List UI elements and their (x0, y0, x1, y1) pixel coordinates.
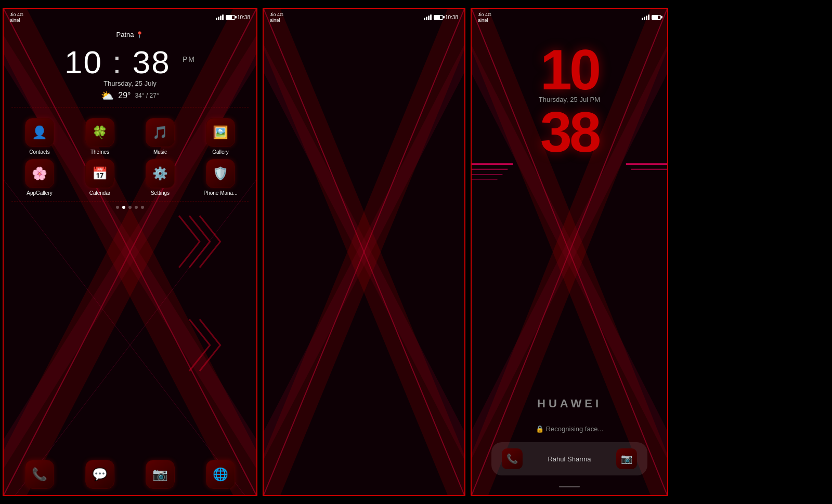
dock-camera-1[interactable]: 📷 (132, 460, 188, 489)
app-icon-appgallery: 🌸 (25, 159, 54, 188)
app-icon-music: 🎵 (146, 118, 175, 147)
app-icon-contacts: 👤 (25, 118, 54, 147)
app-gallery[interactable]: 🖼️ Gallery (192, 118, 249, 155)
status-bar-3: Jio 4G airtel (472, 9, 667, 25)
weather-temp-1: 29° (118, 91, 131, 100)
app-label-settings: Settings (151, 190, 170, 196)
app-label-contacts: Contacts (29, 149, 49, 155)
battery-icon-3 (652, 15, 661, 20)
dot-1 (116, 206, 119, 209)
status-right-1: 10:38 (216, 15, 250, 20)
carrier2-3: airtel (478, 18, 491, 23)
clock-hour-1: 10 (64, 44, 102, 80)
app-label-calendar: Calendar (89, 190, 111, 196)
carrier-info-3: Jio 4G airtel (478, 12, 491, 23)
location-name: Patna (116, 31, 134, 38)
temp-high: 34° (135, 92, 144, 99)
phone-1: Jio 4G airtel 10:38 Patna 📍 (3, 8, 257, 496)
dock-messages-1[interactable]: 💬 (72, 460, 128, 489)
face-text: Recognising face... (546, 425, 604, 433)
phone-2: Jio 4G airtel 10:38 💾 Bac (263, 8, 465, 496)
carrier1-3: Jio 4G (478, 12, 491, 17)
signal-bars-1 (216, 15, 224, 20)
big-minute: 38 (482, 103, 657, 161)
status-time-1: 10:38 (237, 15, 250, 20)
phone1-content: Patna 📍 10 : 38 PM Thursday, 25 July ⛅ 2… (4, 25, 256, 495)
phones-container: Jio 4G airtel 10:38 Patna 📍 (0, 0, 832, 504)
home-indicator (559, 486, 580, 487)
app-contacts[interactable]: 👤 Contacts (11, 118, 68, 155)
dot-2 (122, 206, 125, 209)
carrier1-2: Jio 4G (270, 12, 283, 17)
status-right-3 (642, 15, 661, 20)
carrier1-1: Jio 4G (10, 12, 23, 17)
carrier2-1: airtel (10, 18, 23, 23)
dock-browser-1[interactable]: 🌐 (192, 460, 249, 489)
status-bar-2: Jio 4G airtel 10:38 (264, 9, 464, 25)
temp-low: 27° (150, 92, 159, 99)
app-settings[interactable]: ⚙️ Settings (132, 159, 188, 196)
app-label-music: Music (153, 149, 167, 155)
app-icon-gallery: 🖼️ (206, 118, 235, 147)
carrier2-2: airtel (270, 18, 283, 23)
big-hour: 10 (482, 41, 657, 98)
app-music[interactable]: 🎵 Music (132, 118, 188, 155)
app-label-phonemanager: Phone Mana... (203, 190, 237, 196)
user-name: Rahul Sharma (548, 455, 591, 463)
bg-pattern-2 (264, 9, 464, 495)
huawei-logo: HUAWEI (527, 387, 612, 421)
app-icon-phonemanager: 🛡️ (206, 159, 235, 188)
clock-widget-1: 10 : 38 PM Thursday, 25 July ⛅ 29° 34° /… (4, 41, 256, 107)
app-icon-settings: ⚙️ (146, 159, 175, 188)
app-themes[interactable]: 🍀 Themes (72, 118, 128, 155)
clock-colon-1: : (112, 44, 122, 80)
status-right-2: 10:38 (424, 15, 458, 20)
dock-icon-browser-1: 🌐 (206, 460, 235, 489)
signal-bars-3 (642, 15, 649, 20)
app-icon-calendar: 📅 (85, 159, 114, 188)
carrier-info-2: Jio 4G airtel (270, 12, 283, 23)
weather-icon-1: ⛅ (101, 89, 114, 102)
dot-3 (128, 206, 132, 209)
dot-5 (141, 206, 144, 209)
app-phonemanager[interactable]: 🛡️ Phone Mana... (192, 159, 249, 196)
lock-icon: 🔒 (536, 425, 544, 433)
dock-phone-1[interactable]: 📞 (11, 460, 68, 489)
app-label-appgallery: AppGallery (27, 190, 52, 196)
weather-range-1: 34° / 27° (135, 92, 159, 99)
status-bar-1: Jio 4G airtel 10:38 (4, 9, 256, 25)
phone3-content: 10 Thursday, 25 Jul PM 38 HUAWEI 🔒 Recog… (472, 25, 667, 495)
status-time-2: 10:38 (445, 15, 458, 20)
swipe-bar[interactable]: 📞 Rahul Sharma 📷 (491, 442, 648, 475)
face-recognize: 🔒 Recognising face... (531, 421, 608, 437)
app-label-gallery: Gallery (212, 149, 229, 155)
app-label-themes: Themes (90, 149, 109, 155)
signal-bars-2 (424, 15, 432, 20)
app-icon-themes: 🍀 (85, 118, 114, 147)
dock-icon-phone-1: 📞 (25, 460, 54, 489)
dot-4 (135, 206, 138, 209)
app-calendar[interactable]: 📅 Calendar (72, 159, 128, 196)
phone-3: Jio 4G airtel 10 Thursday, 25 Jul PM (471, 8, 668, 496)
clock-ampm-1: PM (183, 55, 196, 63)
app-appgallery[interactable]: 🌸 AppGallery (11, 159, 68, 196)
app-grid-1: 👤 Contacts 🍀 Themes 🎵 Music 🖼️ Gallery 🌸 (4, 108, 256, 201)
big-clock: 10 Thursday, 25 Jul PM 38 (472, 25, 667, 166)
dock-icon-messages-1: 💬 (85, 460, 114, 489)
location-bar: Patna 📍 (4, 25, 256, 41)
dock-1: 📞 💬 📷 🌐 (4, 456, 256, 495)
clock-time-1: 10 : 38 PM (14, 46, 246, 78)
pin-icon: 📍 (136, 31, 144, 38)
carrier-info-1: Jio 4G airtel (10, 12, 23, 23)
battery-icon-1 (226, 15, 235, 20)
battery-icon-2 (434, 15, 443, 20)
dock-icon-camera-1: 📷 (146, 460, 175, 489)
swipe-camera-icon: 📷 (616, 448, 637, 469)
swipe-phone-icon: 📞 (502, 448, 523, 469)
weather-row-1: ⛅ 29° 34° / 27° (14, 89, 246, 102)
page-dots-1 (4, 202, 256, 213)
clock-minute-1: 38 (133, 44, 171, 80)
clock-date-1: Thursday, 25 July (14, 79, 246, 87)
